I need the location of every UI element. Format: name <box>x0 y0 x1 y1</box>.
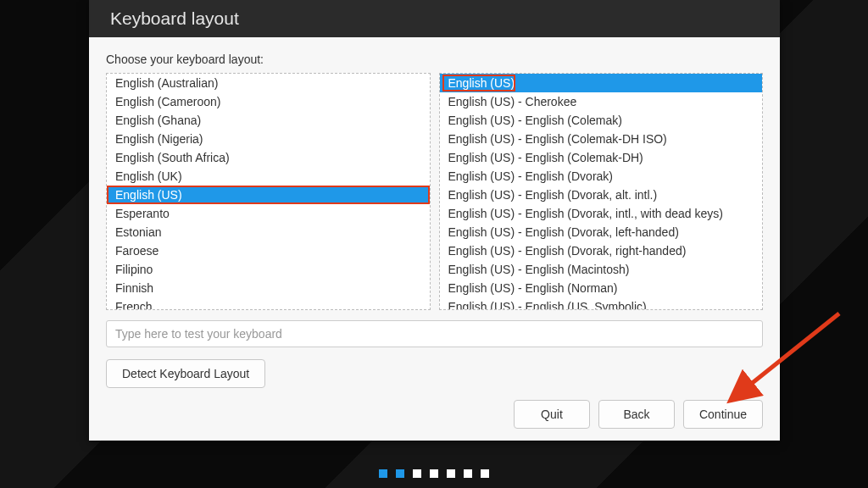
detect-layout-button[interactable]: Detect Keyboard Layout <box>106 359 265 388</box>
layout-language-list[interactable]: English (Australian)English (Cameroon)En… <box>106 73 431 310</box>
list-item[interactable]: English (US) - English (Norman) <box>440 279 763 297</box>
titlebar: Keyboard layout <box>89 0 780 37</box>
list-item[interactable]: English (Australian) <box>107 74 430 92</box>
list-item[interactable]: English (US) - English (US, Symbolic) <box>440 297 763 310</box>
content-area: Choose your keyboard layout: English (Au… <box>89 37 780 441</box>
progress-dot <box>379 469 387 478</box>
list-item[interactable]: Finnish <box>107 279 430 297</box>
list-item[interactable]: Filipino <box>107 260 430 279</box>
list-item[interactable]: French <box>107 297 430 310</box>
layout-lists: English (Australian)English (Cameroon)En… <box>106 73 763 310</box>
progress-dot <box>447 469 455 478</box>
detect-row: Detect Keyboard Layout <box>106 359 763 388</box>
list-item[interactable]: English (US) - English (Colemak-DH ISO) <box>440 130 763 148</box>
list-item[interactable]: English (Nigeria) <box>107 130 430 148</box>
list-item[interactable]: Estonian <box>107 223 430 241</box>
list-item[interactable]: English (US) <box>107 186 430 204</box>
list-item[interactable]: English (US) - English (Colemak-DH) <box>440 148 763 167</box>
list-item[interactable]: English (US) - English (Dvorak, alt. int… <box>440 186 763 204</box>
progress-dot <box>481 469 489 478</box>
window-title: Keyboard layout <box>110 8 239 29</box>
list-item[interactable]: English (UK) <box>107 167 430 186</box>
layout-variant-list[interactable]: English (US)English (US) - CherokeeEngli… <box>439 73 764 310</box>
list-item[interactable]: Faroese <box>107 241 430 260</box>
keyboard-test-input[interactable] <box>106 320 763 347</box>
quit-button[interactable]: Quit <box>514 400 590 429</box>
progress-dot <box>413 469 421 478</box>
list-item[interactable]: English (Ghana) <box>107 111 430 130</box>
list-item[interactable]: English (US) - English (Dvorak, right-ha… <box>440 241 763 260</box>
list-item[interactable]: English (US) <box>440 74 763 92</box>
installer-modal: Keyboard layout Choose your keyboard lay… <box>89 0 780 441</box>
back-button[interactable]: Back <box>598 400 675 429</box>
list-item[interactable]: English (US) - English (Colemak) <box>440 111 763 130</box>
list-item[interactable]: English (US) - English (Dvorak, intl., w… <box>440 204 763 223</box>
nav-buttons: Quit Back Continue <box>106 388 763 429</box>
progress-dot <box>430 469 438 478</box>
progress-dots <box>0 469 868 478</box>
list-item[interactable]: English (Cameroon) <box>107 92 430 111</box>
list-item[interactable]: English (US) - English (Macintosh) <box>440 260 763 279</box>
progress-dot <box>464 469 472 478</box>
list-item[interactable]: English (US) - Cherokee <box>440 92 763 111</box>
continue-button[interactable]: Continue <box>683 400 763 429</box>
list-item[interactable]: Esperanto <box>107 204 430 223</box>
list-item[interactable]: English (US) - English (Dvorak, left-han… <box>440 223 763 241</box>
progress-dot <box>396 469 404 478</box>
list-item[interactable]: English (South Africa) <box>107 148 430 167</box>
list-item[interactable]: English (US) - English (Dvorak) <box>440 167 763 186</box>
prompt-label: Choose your keyboard layout: <box>106 53 763 66</box>
